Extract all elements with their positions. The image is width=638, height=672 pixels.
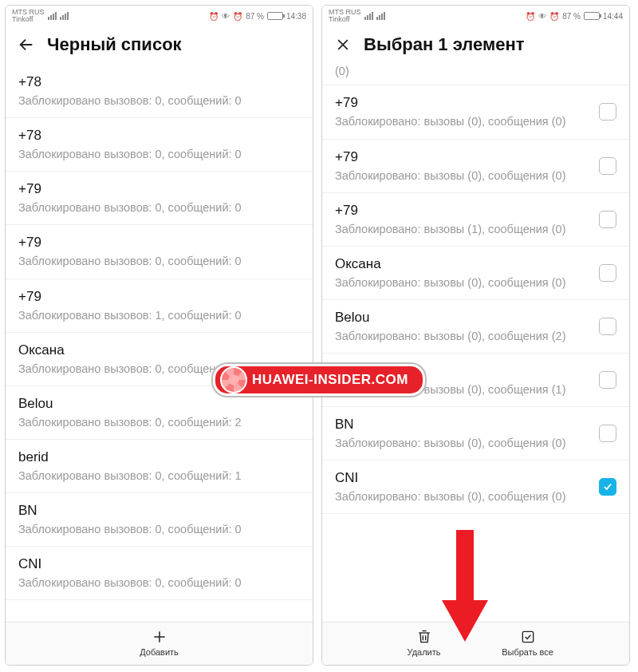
battery-pct: 87 %: [246, 12, 264, 21]
bottom-bar: Добавить: [6, 622, 313, 665]
item-sub: Заблокировано: вызовы (0), сообщения (2): [335, 329, 591, 343]
item-name: berid: [18, 449, 300, 465]
svg-rect-1: [456, 530, 474, 603]
list-item[interactable]: +78Заблокировано вызовов: 0, сообщений: …: [6, 118, 313, 172]
watermark-text: HUAWEI-INSIDER.COM: [252, 372, 408, 387]
item-checkbox[interactable]: [599, 211, 616, 228]
app-header: Выбран 1 элемент: [322, 26, 629, 65]
item-sub: Заблокировано вызовов: 0, сообщений: 2: [18, 415, 300, 429]
item-name: Belou: [18, 396, 300, 412]
clock-time: 14:38: [286, 12, 306, 21]
item-name: BN: [18, 503, 300, 519]
alarm-icon: ⏰: [526, 12, 535, 21]
item-checkbox[interactable]: [599, 264, 616, 282]
signal-icon: [48, 12, 57, 20]
battery-pct: 87 %: [562, 12, 581, 21]
list-item[interactable]: CNIЗаблокировано вызовов: 0, сообщений: …: [6, 547, 313, 600]
add-label: Добавить: [140, 647, 179, 657]
item-checkbox[interactable]: [599, 478, 616, 496]
signal-icon: [376, 12, 385, 20]
app-header: Черный список: [6, 26, 313, 65]
item-name: +79: [18, 289, 300, 305]
item-sub: Заблокировано вызовов: 1, сообщений: 0: [18, 308, 300, 322]
carrier-2: Tinkoff: [329, 16, 361, 23]
item-sub: Заблокировано вызовов: 0, сообщений: 0: [18, 575, 300, 590]
item-sub: Заблокировано: вызовы (0), сообщения (0): [335, 436, 591, 450]
item-name: CNI: [335, 470, 591, 486]
list-item[interactable]: +78Заблокировано вызовов: 0, сообщений: …: [6, 65, 313, 118]
list-item[interactable]: +79Заблокировано: вызовы (1), сообщения …: [322, 193, 629, 247]
item-sub: Заблокировано: вызовы (0), сообщения (0): [335, 114, 591, 128]
list-item[interactable]: +79Заблокировано вызовов: 0, сообщений: …: [6, 172, 313, 225]
status-bar: MTS RUS Tinkoff ⏰ 👁 ⏰ 87 % 14:38: [6, 6, 313, 26]
item-sub: Заблокировано вызовов: 0, сообщений: 1: [18, 468, 300, 483]
list-item[interactable]: BelouЗаблокировано: вызовы (0), сообщени…: [322, 300, 629, 354]
item-name: CNI: [18, 556, 300, 572]
item-name: +78: [18, 74, 300, 90]
item-name: +79: [18, 235, 300, 251]
close-button[interactable]: [333, 35, 352, 54]
blocklist[interactable]: +78Заблокировано вызовов: 0, сообщений: …: [6, 65, 313, 622]
page-title: Выбран 1 элемент: [364, 34, 525, 55]
item-name: Оксана: [335, 256, 591, 272]
item-name: +79: [335, 95, 591, 111]
item-checkbox[interactable]: [599, 425, 616, 442]
item-name: +79: [335, 203, 591, 219]
signal-icon: [60, 12, 69, 20]
list-item[interactable]: ОксанаЗаблокировано: вызовы (0), сообщен…: [322, 247, 629, 300]
annotation-arrow-icon: [440, 530, 490, 645]
item-sub: Заблокировано: вызовы (0), сообщения (0): [335, 489, 591, 504]
status-bar: MTS RUS Tinkoff ⏰ 👁 ⏰ 87 % 14:44: [322, 6, 629, 26]
item-sub: Заблокировано: вызовы (0), сообщения (0): [335, 275, 591, 290]
huawei-logo-icon: [220, 366, 247, 393]
dnd-icon: 👁: [222, 12, 230, 21]
list-item[interactable]: beridЗаблокировано вызовов: 0, сообщений…: [6, 440, 313, 493]
carrier-2: Tinkoff: [12, 16, 45, 23]
alarm-icon: ⏰: [549, 12, 559, 21]
item-sub: Заблокировано вызовов: 0, сообщений: 0: [18, 147, 300, 161]
item-name: Belou: [335, 310, 591, 326]
list-item[interactable]: BNЗаблокировано: вызовы (0), сообщения (…: [322, 407, 629, 461]
list-item[interactable]: +79Заблокировано: вызовы (0), сообщения …: [322, 140, 629, 193]
add-button[interactable]: Добавить: [128, 629, 191, 657]
svg-rect-0: [522, 631, 533, 642]
select-all-label: Выбрать все: [502, 647, 553, 657]
select-all-button[interactable]: Выбрать все: [496, 629, 560, 657]
item-checkbox[interactable]: [599, 371, 616, 389]
item-name: +79: [18, 181, 300, 197]
battery-icon: [267, 12, 283, 20]
item-checkbox[interactable]: [599, 103, 616, 121]
page-title: Черный список: [47, 34, 182, 55]
item-sub: Заблокировано вызовов: 0, сообщений: 0: [18, 200, 300, 215]
item-name: Оксана: [18, 342, 300, 358]
alarm-icon: ⏰: [209, 12, 219, 21]
item-checkbox[interactable]: [599, 157, 616, 175]
item-name: +79: [335, 149, 591, 165]
battery-icon: [584, 12, 600, 20]
delete-label: Удалить: [408, 647, 441, 657]
item-checkbox[interactable]: [599, 318, 616, 335]
alarm-icon: ⏰: [233, 12, 242, 21]
item-sub: Заблокировано вызовов: 0, сообщений: 0: [18, 254, 300, 268]
list-item-partial: (0): [322, 65, 629, 85]
item-sub: Заблокировано вызовов: 0, сообщений: 0: [18, 522, 300, 536]
list-item[interactable]: CNIЗаблокировано: вызовы (0), сообщения …: [322, 461, 629, 514]
signal-icon: [364, 12, 373, 20]
svg-marker-2: [442, 600, 488, 642]
back-button[interactable]: [17, 35, 36, 54]
dnd-icon: 👁: [538, 12, 546, 21]
list-item[interactable]: BNЗаблокировано вызовов: 0, сообщений: 0: [6, 493, 313, 547]
item-sub: Заблокировано: вызовы (0), сообщения (0): [335, 168, 591, 183]
phone-left: MTS RUS Tinkoff ⏰ 👁 ⏰ 87 % 14:38 Черный …: [5, 5, 313, 666]
watermark: HUAWEI-INSIDER.COM: [213, 364, 425, 396]
item-sub: Заблокировано: вызовы (1), сообщения (0): [335, 222, 591, 236]
clock-time: 14:44: [603, 12, 623, 21]
list-item[interactable]: +79Заблокировано вызовов: 1, сообщений: …: [6, 279, 313, 333]
item-name: BN: [335, 417, 591, 433]
list-item[interactable]: +79Заблокировано вызовов: 0, сообщений: …: [6, 225, 313, 279]
item-name: +78: [18, 128, 300, 144]
item-sub: Заблокировано вызовов: 0, сообщений: 0: [18, 93, 300, 108]
list-item[interactable]: +79Заблокировано: вызовы (0), сообщения …: [322, 85, 629, 139]
